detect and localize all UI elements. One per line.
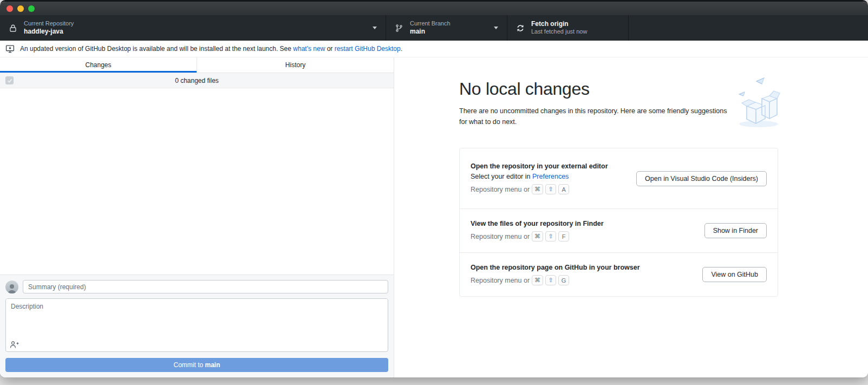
shortcut-hint-text: Repository menu or <box>471 277 530 284</box>
fetch-origin-title: Fetch origin <box>531 20 587 28</box>
user-avatar <box>5 280 18 293</box>
update-banner-text-after: . <box>401 45 402 53</box>
add-coauthor-icon[interactable] <box>10 341 19 349</box>
toolbar-empty-space <box>629 15 868 41</box>
empty-boxes-illustration <box>733 75 780 130</box>
preferences-link[interactable]: Preferences <box>532 173 569 180</box>
no-local-changes-panel: No local changes There are no uncommitte… <box>394 57 868 377</box>
tab-changes[interactable]: Changes <box>0 57 197 73</box>
key-letter: F <box>558 231 569 242</box>
commit-button-prefix: Commit to <box>173 361 205 369</box>
current-repository-label: Current Repository <box>24 20 74 28</box>
update-banner: An updated version of GitHub Desktop is … <box>0 41 868 57</box>
changed-files-header: 0 changed files <box>0 73 394 88</box>
update-banner-text: An updated version of GitHub Desktop is … <box>20 45 402 53</box>
shortcut-hint-text: Repository menu or <box>471 186 530 193</box>
minimize-window-button[interactable] <box>17 5 24 12</box>
key-letter: A <box>558 184 569 194</box>
key-command: ⌘ <box>532 231 543 242</box>
shortcut-hint: Repository menu or ⌘ ⇧ A <box>471 184 636 194</box>
update-banner-text-before: An updated version of GitHub Desktop is … <box>20 45 293 53</box>
page-title: No local changes <box>459 79 868 99</box>
tab-history[interactable]: History <box>197 57 394 73</box>
view-on-github-button[interactable]: View on GitHub <box>702 267 767 282</box>
suggestion-open-editor: Open the repository in your external edi… <box>460 148 778 209</box>
suggestion-title: Open the repository in your external edi… <box>471 162 636 170</box>
suggestion-show-finder: View the files of your repository in Fin… <box>460 209 778 253</box>
toolbar: Current Repository haddley-java Current … <box>0 15 868 41</box>
key-command: ⌘ <box>532 275 543 285</box>
shortcut-hint: Repository menu or ⌘ ⇧ G <box>471 275 702 285</box>
current-repository-name: haddley-java <box>24 28 74 36</box>
commit-description-input[interactable] <box>6 299 388 340</box>
restart-link[interactable]: restart GitHub Desktop <box>335 45 401 53</box>
suggestion-title: Open the repository page on GitHub in yo… <box>471 264 702 271</box>
commit-form: Commit to main <box>0 275 394 377</box>
key-command: ⌘ <box>532 184 543 194</box>
fetch-origin-button[interactable]: Fetch origin Last fetched just now <box>507 15 629 41</box>
tab-changes-label: Changes <box>85 61 111 69</box>
update-banner-text-mid: or <box>325 45 334 53</box>
whats-new-link[interactable]: what's new <box>293 45 325 53</box>
fetch-origin-subtitle: Last fetched just now <box>531 28 587 36</box>
page-subtitle: There are no uncommitted changes in this… <box>459 106 733 127</box>
suggestion-subtitle: Select your editor in Preferences <box>471 173 636 180</box>
tab-history-label: History <box>285 61 305 69</box>
suggestion-view-github: Open the repository page on GitHub in yo… <box>460 253 778 296</box>
github-desktop-window: Current Repository haddley-java Current … <box>0 0 868 377</box>
show-in-finder-button[interactable]: Show in Finder <box>704 223 767 238</box>
commit-description-wrap <box>5 298 388 352</box>
suggestion-title: View the files of your repository in Fin… <box>471 220 704 227</box>
commit-to-main-button[interactable]: Commit to main <box>5 358 388 372</box>
chevron-down-icon <box>373 27 377 29</box>
commit-button-branch: main <box>205 361 220 369</box>
current-branch-name: main <box>410 28 451 36</box>
desktop-background <box>0 377 868 385</box>
commit-summary-input[interactable] <box>23 280 388 293</box>
chevron-down-icon <box>494 27 498 29</box>
zoom-window-button[interactable] <box>28 5 35 12</box>
content-area: Changes History 0 changed files <box>0 57 868 377</box>
changes-sidebar: Changes History 0 changed files <box>0 57 394 377</box>
key-shift: ⇧ <box>545 275 556 285</box>
lock-icon <box>9 24 17 32</box>
current-branch-dropdown[interactable]: Current Branch main <box>386 15 507 41</box>
current-repository-dropdown[interactable]: Current Repository haddley-java <box>0 15 386 41</box>
close-window-button[interactable] <box>6 5 13 12</box>
changed-files-list <box>0 88 394 275</box>
open-in-editor-button[interactable]: Open in Visual Studio Code (Insiders) <box>636 171 767 186</box>
title-bar <box>0 2 868 15</box>
key-letter: G <box>558 275 569 285</box>
changed-files-count: 0 changed files <box>0 77 394 84</box>
key-shift: ⇧ <box>545 231 556 242</box>
desktop-download-icon <box>5 44 15 54</box>
suggestion-subtitle-text: Select your editor in <box>471 173 532 180</box>
current-branch-label: Current Branch <box>410 20 451 28</box>
shortcut-hint-text: Repository menu or <box>471 233 530 240</box>
key-shift: ⇧ <box>545 184 556 194</box>
git-branch-icon <box>395 24 403 32</box>
sync-icon <box>516 24 525 32</box>
traffic-lights <box>6 5 35 12</box>
sidebar-tabs: Changes History <box>0 57 394 73</box>
suggestions-card: Open the repository in your external edi… <box>459 148 778 297</box>
shortcut-hint: Repository menu or ⌘ ⇧ F <box>471 231 704 242</box>
